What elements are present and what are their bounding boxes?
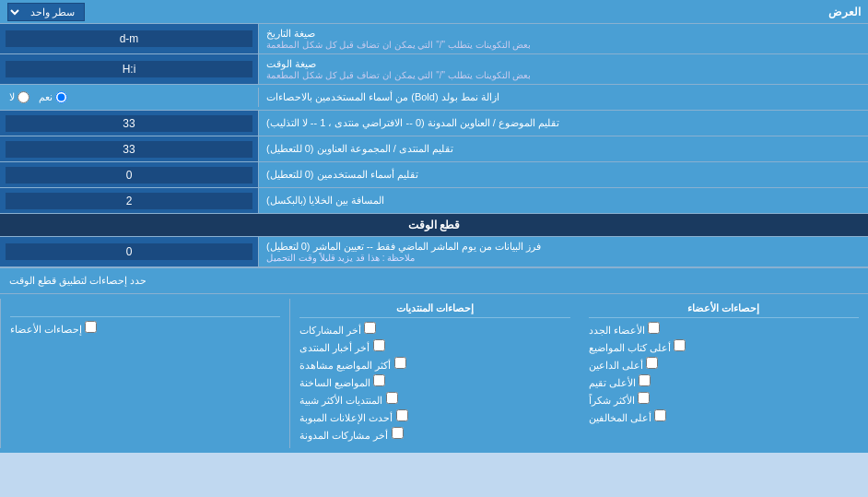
- bottom-section: حدد إحصاءات لتطبيق قطع الوقت إحصاءات الأ…: [0, 267, 868, 453]
- time-cut-main-label: فرز البيانات من يوم الماشر الماضي فقط --…: [266, 241, 541, 253]
- checkbox-col-general: إحصاءات الأعضاء: [0, 299, 289, 448]
- hot-topics-label[interactable]: المواضيع الساخنة: [299, 374, 385, 389]
- date-format-label: صيغة التاريخ بعض التكوينات يتطلب "/" الت…: [258, 24, 868, 53]
- last-blog-posts-label[interactable]: أخر مشاركات المدونة: [299, 427, 403, 442]
- time-cut-row: فرز البيانات من يوم الماشر الماضي فقط --…: [0, 237, 868, 267]
- bold-remove-no-radio[interactable]: [18, 91, 29, 103]
- checkbox-col-forums-stats: إحصاءات المنتديات أخر المشاركات أخر أخبا…: [289, 299, 579, 448]
- most-thanks-label[interactable]: الأكثر شكراً: [589, 392, 650, 407]
- subject-trim-label: تقليم الموضوع / العناوين المدونة (0 -- ا…: [258, 111, 868, 136]
- cell-distance-input[interactable]: [6, 193, 252, 209]
- checkbox-latest-classifieds: أحدث الإعلانات المبوبة: [299, 409, 569, 424]
- checkbox-hot-topics: المواضيع الساخنة: [299, 374, 569, 389]
- most-viewed-label[interactable]: أكثر المواضيع مشاهدة: [299, 357, 405, 372]
- top-rated-checkbox[interactable]: [639, 374, 651, 386]
- last-news-checkbox[interactable]: [373, 339, 385, 351]
- bold-remove-label: ازالة نمط بولد (Bold) من أسماء المستخدمي…: [258, 88, 868, 107]
- bottom-header-label: حدد إحصاءات لتطبيق قطع الوقت: [0, 268, 868, 293]
- forum-trim-row: تقليم المنتدى / المجموعة العناوين (0 للت…: [0, 136, 868, 162]
- checkbox-new-members: الأعضاء الجدد: [589, 322, 859, 337]
- time-format-label: صيغة الوقت بعض التكوينات يتطلب "/" التي …: [258, 54, 868, 84]
- latest-classifieds-checkbox[interactable]: [396, 409, 408, 421]
- date-format-row: صيغة التاريخ بعض التكوينات يتطلب "/" الت…: [0, 24, 868, 54]
- time-cut-note: ملاحظة : هذا قد يزيد قليلاً وقت التحميل: [266, 253, 415, 263]
- bold-remove-no-label[interactable]: لا: [9, 91, 29, 103]
- col3-header: إحصاءات الأعضاء: [589, 302, 859, 318]
- most-thanks-checkbox[interactable]: [638, 392, 650, 404]
- header-row: العرض سطر واحد سطران ثلاثة أسطر: [0, 0, 868, 24]
- section-divider: قطع الوقت: [0, 214, 868, 237]
- time-cut-label: فرز البيانات من يوم الماشر الماضي فقط --…: [258, 237, 868, 266]
- most-viewed-checkbox[interactable]: [394, 357, 406, 369]
- checkbox-col-members-stats: إحصاءات الأعضاء الأعضاء الجدد أعلى كتاب …: [580, 299, 868, 448]
- checkbox-most-similar-forums: المنتديات الأكثر شبية: [299, 392, 569, 407]
- last-blog-posts-checkbox[interactable]: [392, 427, 404, 439]
- last-posts-label[interactable]: أخر المشاركات: [299, 322, 376, 337]
- member-stats-checkbox[interactable]: [85, 321, 97, 333]
- bottom-header: حدد إحصاءات لتطبيق قطع الوقت: [0, 268, 868, 294]
- time-cut-input-container: [0, 237, 258, 266]
- main-container: العرض سطر واحد سطران ثلاثة أسطر صيغة الت…: [0, 0, 868, 453]
- time-format-main-label: صيغة الوقت: [266, 58, 316, 70]
- member-stats-label[interactable]: إحصاءات الأعضاء: [10, 321, 97, 336]
- col2-header: إحصاءات المنتديات: [299, 302, 569, 318]
- last-news-label[interactable]: أخر أخبار المنتدى: [299, 339, 384, 354]
- top-violators-checkbox[interactable]: [654, 409, 666, 421]
- date-format-input[interactable]: [6, 30, 252, 47]
- cell-distance-input-container: [0, 188, 258, 213]
- most-similar-forums-checkbox[interactable]: [386, 392, 398, 404]
- users-names-input-container: [0, 162, 258, 187]
- date-format-sublabel: بعض التكوينات يتطلب "/" التي يمكن ان تضا…: [266, 40, 531, 50]
- users-names-label: تقليم أسماء المستخدمين (0 للتعطيل): [258, 162, 868, 187]
- checkbox-top-inviters: أعلى الداعين: [589, 357, 859, 372]
- checkbox-top-violators: أعلى المخالفين: [589, 409, 859, 424]
- subject-trim-row: تقليم الموضوع / العناوين المدونة (0 -- ا…: [0, 111, 868, 136]
- checkbox-top-rated: الأعلى تقيم: [589, 374, 859, 389]
- forum-trim-input[interactable]: [6, 141, 252, 158]
- display-select[interactable]: سطر واحد سطران ثلاثة أسطر: [7, 3, 85, 21]
- bold-remove-radio-section: نعم لا: [0, 88, 258, 107]
- time-format-row: صيغة الوقت بعض التكوينات يتطلب "/" التي …: [0, 54, 868, 85]
- bold-remove-yes-radio[interactable]: [55, 91, 67, 103]
- subject-trim-input-container: [0, 111, 258, 136]
- checkbox-member-stats: إحصاءات الأعضاء: [10, 321, 280, 336]
- checkbox-area: إحصاءات الأعضاء الأعضاء الجدد أعلى كتاب …: [0, 294, 868, 453]
- checkbox-last-posts: أخر المشاركات: [299, 322, 569, 337]
- forum-trim-label: تقليم المنتدى / المجموعة العناوين (0 للت…: [258, 136, 868, 161]
- forum-trim-input-container: [0, 136, 258, 161]
- new-members-label[interactable]: الأعضاء الجدد: [589, 322, 660, 337]
- top-writers-label[interactable]: أعلى كتاب المواضيع: [589, 339, 686, 354]
- latest-classifieds-label[interactable]: أحدث الإعلانات المبوبة: [299, 409, 407, 424]
- cell-distance-row: المسافة بين الخلايا (بالبكسل): [0, 188, 868, 214]
- checkbox-last-blog-posts: أخر مشاركات المدونة: [299, 427, 569, 442]
- checkbox-most-thanks: الأكثر شكراً: [589, 392, 859, 407]
- checkbox-top-writers: أعلى كتاب المواضيع: [589, 339, 859, 354]
- cell-distance-label: المسافة بين الخلايا (بالبكسل): [258, 188, 868, 213]
- time-format-input[interactable]: [6, 61, 252, 77]
- most-similar-forums-label[interactable]: المنتديات الأكثر شبية: [299, 392, 397, 407]
- users-names-row: تقليم أسماء المستخدمين (0 للتعطيل): [0, 162, 868, 188]
- top-inviters-label[interactable]: أعلى الداعين: [589, 357, 658, 372]
- top-inviters-checkbox[interactable]: [646, 357, 658, 369]
- time-cut-input[interactable]: [6, 243, 252, 260]
- last-posts-checkbox[interactable]: [364, 322, 376, 334]
- date-format-input-container: [0, 24, 258, 53]
- time-format-input-container: [0, 54, 258, 84]
- top-writers-checkbox[interactable]: [674, 339, 686, 351]
- date-format-main-label: صيغة التاريخ: [266, 28, 315, 40]
- new-members-checkbox[interactable]: [648, 322, 660, 334]
- checkbox-most-viewed: أكثر المواضيع مشاهدة: [299, 357, 569, 372]
- checkbox-last-news: أخر أخبار المنتدى: [299, 339, 569, 354]
- bold-remove-yes-label[interactable]: نعم: [39, 91, 67, 103]
- header-title: العرض: [828, 6, 861, 18]
- bold-remove-row: ازالة نمط بولد (Bold) من أسماء المستخدمي…: [0, 85, 868, 111]
- time-format-sublabel: بعض التكوينات يتطلب "/" التي يمكن ان تضا…: [266, 70, 531, 80]
- users-names-input[interactable]: [6, 167, 252, 183]
- hot-topics-checkbox[interactable]: [373, 374, 385, 386]
- subject-trim-input[interactable]: [6, 115, 252, 132]
- top-rated-label[interactable]: الأعلى تقيم: [589, 374, 651, 389]
- col1-header: [10, 302, 280, 317]
- top-violators-label[interactable]: أعلى المخالفين: [589, 409, 666, 424]
